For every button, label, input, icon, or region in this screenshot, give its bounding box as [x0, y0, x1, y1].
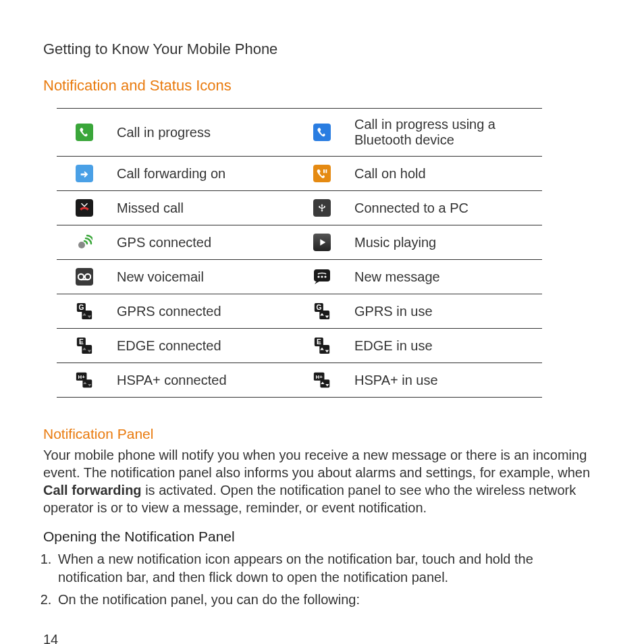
- call-on-hold-icon: [313, 165, 331, 182]
- manual-page: Getting to Know Your Mobile Phone Notifi…: [0, 0, 644, 644]
- icon-label: New voicemail: [111, 260, 294, 294]
- icon-label: GPS connected: [111, 225, 294, 260]
- hspa-connected-icon: H+: [76, 371, 93, 389]
- svg-point-3: [78, 274, 83, 279]
- table-row: H+ HSPA+ connected H+ HSPA+ in use: [57, 363, 542, 398]
- new-message-icon: [313, 268, 331, 286]
- table-row: GPS connected Music playing: [57, 225, 542, 260]
- notification-panel-description: Your mobile phone will notify you when y…: [43, 446, 601, 516]
- svg-text:H+: H+: [78, 374, 85, 380]
- status-icons-table: Call in progress Call in progress using …: [57, 108, 542, 398]
- svg-rect-1: [325, 169, 327, 173]
- gprs-connected-icon: G: [76, 302, 93, 320]
- svg-point-4: [84, 274, 90, 279]
- svg-rect-0: [323, 169, 325, 173]
- missed-call-icon: [76, 199, 93, 217]
- icon-label: New message: [349, 260, 542, 294]
- svg-rect-6: [314, 269, 330, 281]
- call-forwarding-icon: [76, 165, 93, 182]
- table-row: Call in progress Call in progress using …: [57, 109, 542, 157]
- svg-text:E: E: [316, 338, 321, 346]
- page-number: 14: [43, 632, 601, 644]
- bold-phrase: Call forwarding: [43, 483, 142, 498]
- hspa-in-use-icon: H+: [313, 371, 331, 389]
- svg-point-8: [321, 275, 323, 277]
- list-item: When a new notification icon appears on …: [55, 550, 601, 587]
- icon-label: GPRS connected: [111, 294, 294, 329]
- page-header: Getting to Know Your Mobile Phone: [43, 41, 601, 58]
- section-title-icons: Notification and Status Icons: [43, 77, 601, 95]
- svg-text:H+: H+: [315, 374, 323, 380]
- icon-label: Missed call: [111, 191, 294, 225]
- icon-label: EDGE connected: [111, 329, 294, 363]
- gps-connected-icon: [76, 234, 93, 251]
- icon-label: Call in progress: [111, 109, 294, 157]
- svg-text:G: G: [78, 304, 84, 311]
- svg-point-9: [324, 275, 326, 277]
- voicemail-icon: [76, 268, 93, 286]
- opening-panel-heading: Opening the Notification Panel: [43, 529, 601, 545]
- table-row: G GPRS connected G GPRS in use: [57, 294, 542, 329]
- music-playing-icon: [313, 234, 331, 251]
- icon-label: Music playing: [349, 225, 542, 260]
- section-title-notification-panel: Notification Panel: [43, 426, 601, 442]
- list-item: On the notification panel, you can do th…: [55, 591, 601, 609]
- table-row: Missed call Connected to a PC: [57, 191, 542, 225]
- gprs-in-use-icon: G: [313, 302, 331, 320]
- call-in-progress-icon: [76, 124, 93, 141]
- icon-label: Call forwarding on: [111, 157, 294, 191]
- icon-label: HSPA+ in use: [349, 363, 542, 398]
- call-bluetooth-icon: [313, 124, 331, 141]
- icon-label: Connected to a PC: [349, 191, 542, 225]
- svg-text:E: E: [78, 338, 83, 346]
- icon-label: Call on hold: [349, 157, 542, 191]
- icon-label: EDGE in use: [349, 329, 542, 363]
- icon-label: GPRS in use: [349, 294, 542, 329]
- icon-label: Call in progress using a Bluetooth devic…: [349, 109, 542, 157]
- table-row: E EDGE connected E EDGE in use: [57, 329, 542, 363]
- edge-connected-icon: E: [76, 337, 93, 354]
- svg-text:G: G: [316, 304, 321, 311]
- svg-point-7: [317, 275, 319, 277]
- usb-connected-icon: [313, 199, 331, 217]
- table-row: Call forwarding on Call on hold: [57, 157, 542, 191]
- table-row: New voicemail New message: [57, 260, 542, 294]
- text-part: Your mobile phone will notify you when y…: [43, 448, 590, 480]
- icon-label: HSPA+ connected: [111, 363, 294, 398]
- edge-in-use-icon: E: [313, 337, 331, 354]
- opening-panel-steps: When a new notification icon appears on …: [43, 550, 601, 609]
- svg-point-2: [78, 242, 85, 248]
